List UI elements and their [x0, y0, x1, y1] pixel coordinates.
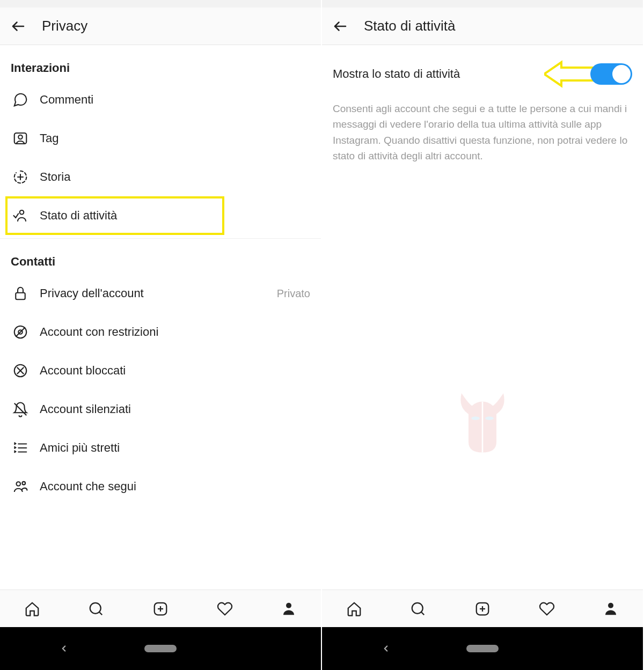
svg-point-33: [412, 602, 423, 613]
item-activity-status[interactable]: Stato di attività: [5, 196, 224, 235]
item-story[interactable]: Storia: [11, 158, 310, 196]
android-back[interactable]: [381, 644, 391, 653]
android-home[interactable]: [466, 645, 499, 652]
status-bar: [322, 0, 643, 8]
heart-icon: [217, 601, 233, 617]
svg-point-27: [286, 602, 291, 608]
android-recents[interactable]: [574, 644, 584, 653]
nav-home[interactable]: [345, 600, 363, 618]
item-muted-accounts[interactable]: Account silenziati: [11, 390, 310, 429]
item-tag[interactable]: Tag: [11, 119, 310, 158]
arrow-left-icon: [10, 18, 26, 34]
watermark-icon: [448, 386, 517, 456]
nav-add[interactable]: [151, 600, 170, 618]
svg-marker-17: [14, 443, 16, 445]
nav-profile[interactable]: [280, 600, 298, 618]
toggle-label: Mostra lo stato di attività: [333, 67, 590, 81]
item-account-privacy[interactable]: Privacy dell'account Privato: [11, 274, 310, 313]
svg-point-20: [17, 482, 21, 486]
add-post-icon: [152, 601, 169, 617]
profile-icon: [281, 601, 297, 617]
item-label: Account con restrizioni: [40, 325, 310, 339]
bottom-nav: [322, 590, 643, 627]
svg-point-21: [22, 482, 25, 485]
profile-icon: [603, 601, 619, 617]
toggle-row: Mostra lo stato di attività: [333, 63, 632, 85]
home-icon: [24, 601, 40, 617]
chevron-left-icon: [59, 644, 69, 653]
nav-search[interactable]: [409, 600, 427, 618]
android-nav-bar: [0, 627, 321, 670]
nav-add[interactable]: [473, 600, 492, 618]
svg-line-9: [16, 327, 25, 337]
bottom-nav: [0, 590, 321, 627]
svg-point-5: [20, 210, 24, 215]
back-button[interactable]: [332, 18, 349, 35]
lock-icon: [11, 284, 30, 303]
item-label: Account che segui: [40, 480, 310, 494]
nav-profile[interactable]: [602, 600, 620, 618]
page-title: Stato di attività: [364, 18, 456, 34]
blocked-icon: [11, 361, 30, 380]
android-recents[interactable]: [252, 644, 262, 653]
add-post-icon: [474, 601, 491, 617]
nav-activity[interactable]: [538, 600, 556, 618]
page-title: Privacy: [42, 18, 87, 34]
svg-point-22: [90, 602, 101, 613]
following-icon: [11, 477, 30, 496]
activity-status-icon: [11, 206, 30, 225]
item-following[interactable]: Account che segui: [11, 467, 310, 506]
muted-icon: [11, 400, 30, 419]
search-icon: [88, 601, 104, 617]
item-label: Privacy dell'account: [40, 286, 277, 300]
restricted-icon: [11, 322, 30, 342]
item-comments[interactable]: Commenti: [11, 80, 310, 119]
status-bar: [0, 0, 321, 8]
back-button[interactable]: [10, 18, 27, 35]
item-blocked-accounts[interactable]: Account bloccati: [11, 351, 310, 390]
nav-activity[interactable]: [216, 600, 234, 618]
svg-line-23: [100, 612, 103, 615]
item-label: Commenti: [40, 93, 310, 107]
nav-search[interactable]: [87, 600, 105, 618]
privacy-screen: Privacy Interazioni Commenti Tag Storia: [0, 0, 322, 670]
item-label: Storia: [40, 170, 310, 184]
privacy-content: Interazioni Commenti Tag Storia Stato di…: [0, 45, 321, 590]
comment-icon: [11, 90, 30, 109]
activity-content: Mostra lo stato di attività Consenti agl…: [322, 45, 643, 590]
svg-marker-18: [14, 447, 16, 449]
activity-status-screen: Stato di attività Mostra lo stato di att…: [322, 0, 644, 670]
tag-icon: [11, 129, 30, 148]
app-header: Privacy: [0, 8, 321, 45]
item-close-friends[interactable]: Amici più stretti: [11, 429, 310, 467]
item-label: Stato di attività: [40, 209, 222, 223]
svg-line-34: [422, 612, 425, 615]
close-friends-icon: [11, 438, 30, 458]
story-icon: [11, 167, 30, 187]
chevron-left-icon: [381, 644, 391, 653]
svg-point-38: [608, 602, 613, 608]
android-nav-bar: [322, 627, 643, 670]
toggle-knob: [612, 65, 631, 83]
item-label: Amici più stretti: [40, 441, 310, 455]
divider: [0, 238, 321, 239]
svg-rect-30: [482, 402, 484, 453]
nav-home[interactable]: [23, 600, 41, 618]
section-contacts-title: Contatti: [11, 255, 310, 269]
toggle-description: Consenti agli account che segui e a tutt…: [333, 101, 632, 164]
svg-point-2: [18, 135, 23, 139]
item-restricted-accounts[interactable]: Account con restrizioni: [11, 313, 310, 351]
svg-rect-6: [16, 293, 25, 300]
android-home[interactable]: [144, 645, 177, 652]
item-label: Account silenziati: [40, 402, 310, 416]
activity-status-toggle[interactable]: [590, 63, 632, 85]
home-icon: [346, 601, 362, 617]
svg-point-32: [485, 417, 494, 421]
item-label: Account bloccati: [40, 364, 310, 378]
section-interactions-title: Interazioni: [11, 61, 310, 75]
svg-point-31: [471, 417, 480, 421]
item-label: Tag: [40, 131, 310, 145]
heart-icon: [539, 601, 555, 617]
app-header: Stato di attività: [322, 8, 643, 45]
android-back[interactable]: [59, 644, 69, 653]
